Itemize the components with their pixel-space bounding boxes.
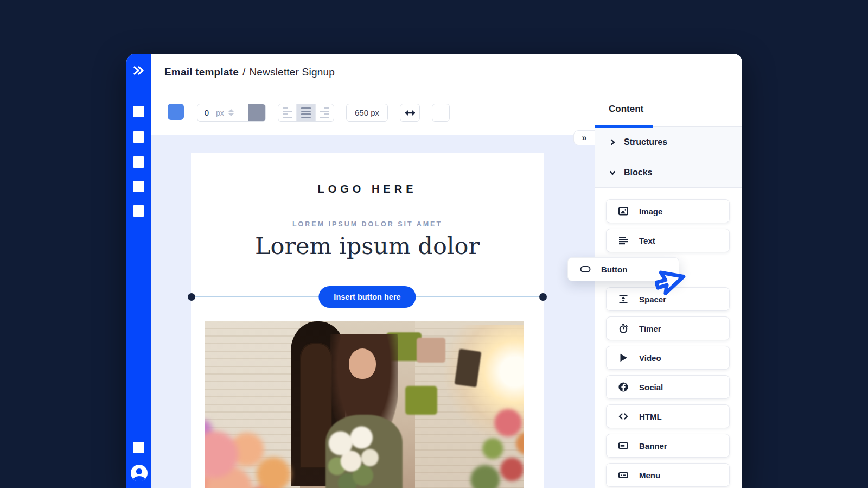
align-justify-icon xyxy=(301,107,311,118)
section-structures-label: Structures xyxy=(624,137,667,147)
block-card-menu[interactable]: Menu xyxy=(606,463,730,487)
sidebar-item-2[interactable] xyxy=(133,131,144,143)
stepper-up-icon[interactable] xyxy=(228,109,234,112)
section-blocks[interactable]: Blocks xyxy=(595,157,742,188)
avatar-head-icon xyxy=(136,468,142,474)
florist-photo[interactable] xyxy=(205,321,524,488)
sidebar-item-5[interactable] xyxy=(133,205,144,217)
spacer-icon xyxy=(618,294,629,305)
logo-placeholder-text[interactable]: LOGO HERE xyxy=(191,183,544,195)
photo-shelf-box xyxy=(405,386,437,415)
align-left-icon xyxy=(283,107,292,118)
padding-value[interactable]: 0 xyxy=(197,108,216,117)
panel-collapse-button[interactable]: » xyxy=(573,130,595,145)
panel-tabs: Content xyxy=(595,91,742,127)
horizontal-arrows-icon xyxy=(405,109,416,117)
editor-area: 0 px 650 px xyxy=(151,91,595,488)
padding-stepper[interactable]: 0 px xyxy=(197,104,266,122)
image-icon xyxy=(618,206,629,217)
blank-swatch-button[interactable] xyxy=(432,104,450,122)
desktop-background: Email template/Newsletter Signup 0 px xyxy=(0,0,868,488)
text-icon xyxy=(618,235,629,246)
padding-color-swatch[interactable] xyxy=(248,104,265,122)
block-card-banner[interactable]: Banner xyxy=(606,434,730,458)
block-label: Button xyxy=(601,265,627,274)
block-label: Video xyxy=(639,353,661,363)
breadcrumb: Email template/Newsletter Signup xyxy=(164,66,335,78)
section-structures[interactable]: Structures xyxy=(595,127,742,157)
block-card-video[interactable]: Video xyxy=(606,346,730,370)
align-right-icon xyxy=(320,107,329,118)
video-icon xyxy=(618,352,629,363)
app-logo-chevrons-icon xyxy=(131,63,146,78)
block-card-html[interactable]: HTML xyxy=(606,404,730,428)
avatar[interactable] xyxy=(131,465,148,481)
block-card-timer[interactable]: Timer xyxy=(606,316,730,340)
padding-unit-label: px xyxy=(216,109,224,117)
photo-foreground-flowers xyxy=(205,420,332,488)
facebook-icon xyxy=(618,382,629,392)
menu-icon xyxy=(618,470,629,480)
block-card-text[interactable]: Text xyxy=(606,229,730,252)
app-sidebar xyxy=(126,54,151,488)
timer-icon xyxy=(618,323,629,334)
block-label: Image xyxy=(639,207,662,216)
block-card-image[interactable]: Image xyxy=(606,199,730,223)
code-icon xyxy=(618,411,629,422)
email-canvas: LOGO HERE LOREM IPSUM DOLOR SIT AMET Lor… xyxy=(151,135,595,488)
button-pill-icon xyxy=(580,264,591,275)
breadcrumb-template: Email template xyxy=(164,66,239,78)
chevron-right-icon xyxy=(609,139,616,145)
insert-button-here-button[interactable]: Insert button here xyxy=(318,286,416,308)
block-card-social[interactable]: Social xyxy=(606,375,730,399)
photo-right-flowers xyxy=(466,397,524,488)
blocks-list: Image Text xyxy=(595,188,742,487)
tab-content[interactable]: Content xyxy=(609,104,643,115)
section-blocks-label: Blocks xyxy=(624,168,652,178)
width-button[interactable]: 650 px xyxy=(346,104,388,122)
photo-woman-face xyxy=(349,348,376,379)
block-label: Timer xyxy=(639,324,661,333)
app-window: Email template/Newsletter Signup 0 px xyxy=(126,54,742,488)
header-bar: Email template/Newsletter Signup xyxy=(151,54,742,91)
drop-handle-right[interactable] xyxy=(539,293,547,301)
stepper-arrows[interactable] xyxy=(228,109,234,116)
tab-active-underline xyxy=(595,125,653,128)
chevron-down-icon xyxy=(609,169,616,176)
drag-cursor-icon xyxy=(655,269,688,302)
block-label: Text xyxy=(639,236,655,245)
block-label: Banner xyxy=(639,441,667,451)
sidebar-item-3[interactable] xyxy=(133,156,144,168)
breadcrumb-separator: / xyxy=(242,66,245,78)
stepper-down-icon[interactable] xyxy=(228,113,234,116)
email-heading-text[interactable]: Lorem ipsum dolor xyxy=(191,232,544,259)
settings-toolbar: 0 px 650 px xyxy=(151,91,595,135)
alignment-group xyxy=(278,104,334,122)
avatar-torso-icon xyxy=(133,476,145,481)
block-label: HTML xyxy=(639,412,662,421)
align-right-button[interactable] xyxy=(315,104,334,121)
double-chevron-right-icon: » xyxy=(582,133,586,142)
full-width-button[interactable] xyxy=(400,104,420,122)
align-justify-button[interactable] xyxy=(296,104,315,121)
color-swatch-button[interactable] xyxy=(168,104,184,120)
photo-lamp xyxy=(454,348,481,387)
breadcrumb-current: Newsletter Signup xyxy=(249,66,335,78)
email-page[interactable]: LOGO HERE LOREM IPSUM DOLOR SIT AMET Lor… xyxy=(191,153,544,488)
email-subtitle-text[interactable]: LOREM IPSUM DOLOR SIT AMET xyxy=(191,220,544,228)
align-left-button[interactable] xyxy=(278,104,296,121)
button-drop-zone[interactable]: Insert button here xyxy=(191,286,544,308)
drop-handle-left[interactable] xyxy=(188,293,195,301)
sidebar-item-settings[interactable] xyxy=(133,442,144,453)
sidebar-item-4[interactable] xyxy=(133,181,144,192)
banner-icon xyxy=(618,440,629,451)
block-label: Social xyxy=(639,383,663,392)
block-label: Menu xyxy=(639,471,660,480)
sidebar-item-1[interactable] xyxy=(133,106,144,117)
